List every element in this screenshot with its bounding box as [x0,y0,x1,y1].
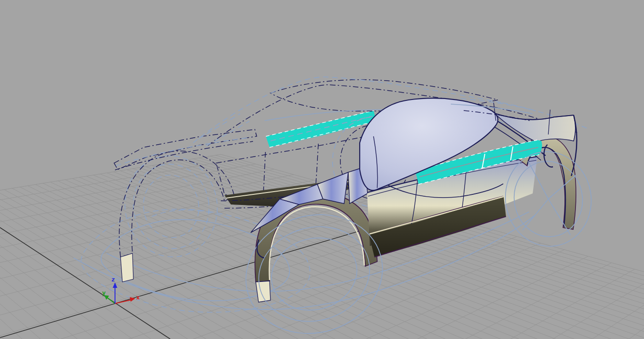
arch-end-strip [121,253,133,282]
axis-label-z: z [111,276,115,283]
viewport-canvas[interactable]: x y z [0,0,644,339]
axis-label-y: y [102,289,106,296]
cad-3d-viewport[interactable]: x y z [0,0,644,339]
axis-label-x: x [136,294,140,301]
front-arch-end-strip [256,281,270,302]
